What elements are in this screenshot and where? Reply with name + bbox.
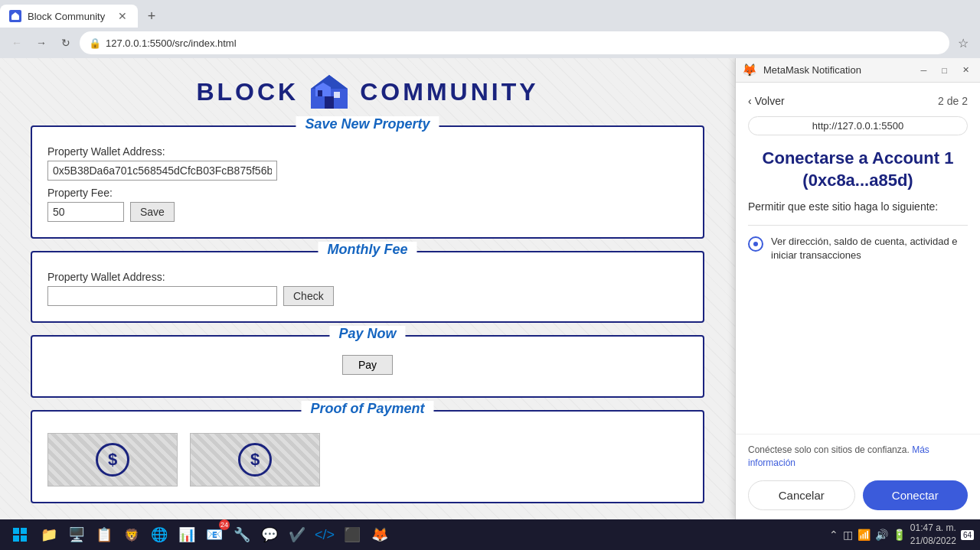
logo-text-left: BLOCK: [196, 78, 299, 106]
permission-intro: Permitir que este sitio haga lo siguient…: [748, 200, 968, 213]
dollar-icon-2: $: [238, 443, 272, 477]
system-tray: ⌃ ◫ 📶 🔊 🔋 01:47 a. m. 21/08/2022 64: [829, 522, 974, 548]
save-property-title: Save New Property: [296, 116, 439, 132]
pay-now-title: Pay Now: [329, 326, 405, 342]
metamask-body: ‹ Volver 2 de 2 http://127.0.0.1:5500 Co…: [736, 83, 980, 434]
taskbar-brave[interactable]: 🦁: [119, 522, 144, 547]
minimize-button[interactable]: ─: [916, 64, 932, 76]
taskbar-vscode[interactable]: </>: [312, 522, 337, 547]
permission-text: Ver dirección, saldo de cuenta, activida…: [771, 235, 968, 262]
account-title: Conectarse a Account 1 (0xc8a...a85d): [748, 148, 968, 191]
proof-thumb-2: $: [190, 433, 320, 487]
logo-text-right: COMMUNITY: [360, 78, 538, 106]
reload-button[interactable]: ↻: [55, 32, 77, 54]
property-fee-row: Save: [47, 202, 688, 222]
pay-button[interactable]: Pay: [342, 355, 393, 375]
address-bar-row: ← → ↻ 🔒 127.0.0.1:5500/src/index.html ☆: [0, 28, 980, 58]
back-button[interactable]: ‹ Volver: [748, 95, 785, 107]
back-button[interactable]: ←: [6, 32, 28, 54]
connect-button[interactable]: Conectar: [863, 480, 969, 510]
cancel-button[interactable]: Cancelar: [748, 480, 855, 510]
divider: [748, 225, 968, 226]
taskbar-taskmanager[interactable]: 🖥️: [64, 522, 89, 547]
clock-time: 01:47 a. m.: [910, 522, 956, 535]
monthly-wallet-label: Property Wallet Address:: [47, 271, 688, 283]
proof-of-payment-panel: Proof of Payment $ $: [31, 410, 704, 503]
address-text: 127.0.0.1:5500/src/index.html: [106, 37, 237, 49]
system-clock[interactable]: 01:47 a. m. 21/08/2022: [910, 522, 956, 548]
monthly-fee-row: Check: [47, 286, 688, 306]
taskbar-file-explorer[interactable]: 📁: [37, 522, 61, 547]
metamask-favicon: 🦊: [742, 63, 757, 77]
clock-date: 21/08/2022: [910, 535, 956, 548]
taskbar-whatsapp[interactable]: 💬: [257, 522, 282, 547]
taskbar-app9[interactable]: ✔️: [285, 522, 309, 547]
taskbar-app3[interactable]: 📋: [92, 522, 116, 547]
taskbar-app7[interactable]: 🔧: [230, 522, 254, 547]
taskbar-chrome[interactable]: 🌐: [147, 522, 172, 547]
monthly-fee-title: Monthly Fee: [318, 242, 416, 258]
taskbar-outlook[interactable]: 📧 24: [202, 522, 227, 547]
tray-chevron[interactable]: ⌃: [829, 529, 838, 541]
tab-favicon: [9, 10, 21, 22]
browser-tab[interactable]: Block Community ✕: [0, 5, 138, 28]
property-fee-label: Property Fee:: [47, 187, 688, 199]
metamask-titlebar: 🦊 MetaMask Notification ─ □ ✕: [736, 58, 980, 83]
svg-rect-5: [334, 92, 340, 98]
metamask-footer: Conéctese solo con sitios de confianza. …: [736, 434, 980, 519]
svg-rect-8: [13, 528, 19, 534]
svg-rect-10: [13, 535, 19, 542]
metamask-url: http://127.0.0.1:5500: [748, 116, 968, 135]
tab-close-button[interactable]: ✕: [116, 8, 129, 24]
logo-icon: [308, 73, 351, 110]
svg-rect-0: [11, 15, 19, 20]
address-bar[interactable]: 🔒 127.0.0.1:5500/src/index.html: [80, 31, 949, 54]
action-buttons-row: Cancelar Conectar: [748, 480, 968, 510]
new-tab-button[interactable]: +: [141, 5, 162, 27]
win11-badge: 64: [961, 530, 974, 540]
tray-volume[interactable]: 🔊: [875, 529, 888, 541]
permission-item: Ver dirección, saldo de cuenta, activida…: [748, 235, 968, 262]
trust-note: Conéctese solo con sitios de confianza. …: [748, 444, 968, 470]
metamask-window-title: MetaMask Notification: [763, 64, 910, 76]
back-chevron-icon: ‹: [748, 95, 752, 107]
property-fee-input[interactable]: [47, 202, 124, 222]
dollar-icon-1: $: [96, 443, 129, 477]
proof-thumbnails: $ $: [47, 433, 688, 487]
bookmark-button[interactable]: ☆: [952, 32, 974, 54]
back-row: ‹ Volver 2 de 2: [748, 95, 968, 107]
close-button[interactable]: ✕: [958, 63, 974, 76]
tray-battery[interactable]: 🔋: [893, 529, 906, 541]
check-button[interactable]: Check: [283, 286, 334, 306]
wallet-address-input[interactable]: [47, 161, 277, 181]
svg-rect-7: [318, 90, 322, 96]
save-button[interactable]: Save: [130, 202, 175, 222]
taskbar-excel[interactable]: 📊: [175, 522, 199, 547]
proof-thumb-1: $: [47, 433, 178, 487]
content-area: BLOCK COMMUNITY Sav: [0, 58, 980, 519]
forward-button[interactable]: →: [31, 32, 52, 54]
outlook-badge: 24: [219, 519, 230, 530]
page-counter: 2 de 2: [938, 95, 968, 107]
tab-title: Block Community: [28, 11, 110, 22]
start-button[interactable]: [6, 522, 34, 547]
taskbar-foxapp[interactable]: 🦊: [368, 522, 392, 547]
monthly-wallet-input[interactable]: [47, 286, 277, 306]
main-page: BLOCK COMMUNITY Sav: [0, 58, 735, 519]
svg-marker-1: [11, 12, 19, 15]
taskbar-terminal[interactable]: ⬛: [340, 522, 364, 547]
tab-bar: Block Community ✕ +: [0, 0, 980, 28]
metamask-panel: 🦊 MetaMask Notification ─ □ ✕ ‹ Volver 2…: [735, 58, 980, 519]
back-label: Volver: [755, 95, 785, 107]
maximize-button[interactable]: □: [937, 64, 952, 76]
eye-dot: [753, 242, 758, 246]
browser-chrome: Block Community ✕ + ← → ↻ 🔒 127.0.0.1:55…: [0, 0, 980, 58]
lock-icon: 🔒: [89, 37, 101, 49]
tray-wifi[interactable]: 📶: [858, 529, 871, 541]
tray-dropbox[interactable]: ◫: [843, 529, 853, 541]
proof-of-payment-title: Proof of Payment: [301, 401, 433, 417]
svg-rect-4: [325, 96, 334, 109]
svg-rect-11: [21, 535, 27, 542]
wallet-address-label: Property Wallet Address:: [47, 145, 688, 158]
save-property-panel: Save New Property Property Wallet Addres…: [31, 125, 704, 239]
